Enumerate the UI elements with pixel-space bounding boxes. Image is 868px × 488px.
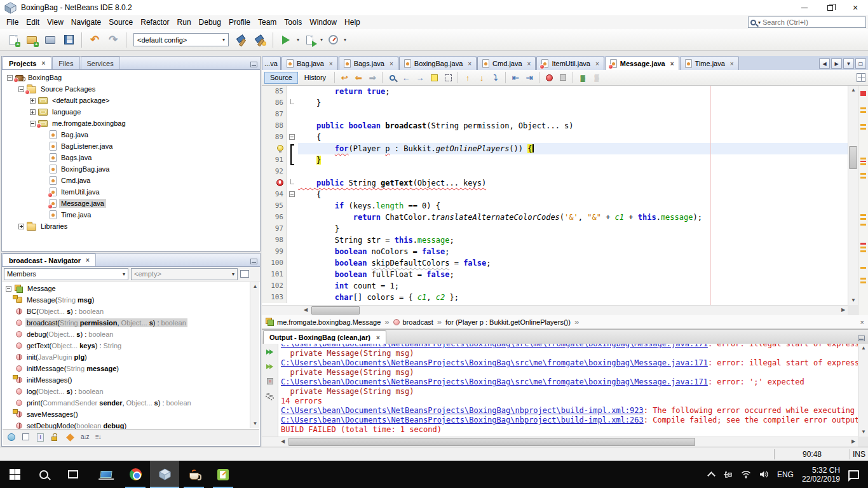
new-file-button[interactable]: + <box>5 32 22 48</box>
editor-tab-boxingbagjava[interactable]: BoxingBag.java× <box>399 57 477 70</box>
navigator-item[interactable]: getText(Object... keys) : String <box>2 340 260 351</box>
fold-column[interactable] <box>287 200 298 212</box>
menu-help[interactable]: Help <box>341 16 364 29</box>
tree-item[interactable]: <default package> <box>2 95 260 106</box>
code-text[interactable] <box>298 166 848 177</box>
fold-column[interactable] <box>287 120 298 132</box>
fold-column[interactable] <box>287 292 298 303</box>
close-icon[interactable]: × <box>376 334 380 341</box>
line-number[interactable]: 91 <box>262 154 287 166</box>
collapse-icon[interactable] <box>6 286 11 292</box>
volume-icon[interactable] <box>759 470 769 478</box>
fold-column[interactable] <box>287 223 298 234</box>
minimize-panel-icon[interactable] <box>250 259 257 264</box>
previous-bookmark-icon[interactable]: ↑ <box>461 71 474 84</box>
error-stripe-mark[interactable] <box>860 250 866 252</box>
navigator-item[interactable]: debug(Object... s) : boolean <box>2 329 260 340</box>
error-stripe-mark[interactable] <box>860 91 866 96</box>
fold-column[interactable] <box>287 189 298 200</box>
line-number[interactable]: 99 <box>262 246 287 257</box>
next-occurrence-icon[interactable]: → <box>414 71 426 84</box>
editor-hscrollbar[interactable]: ◀ ▶ <box>262 305 848 315</box>
collapse-icon[interactable] <box>18 86 24 92</box>
line-number[interactable]: 85 <box>262 86 287 97</box>
error-stripe-mark[interactable] <box>860 128 866 130</box>
shift-right-icon[interactable]: ⇥ <box>523 71 536 84</box>
breadcrumb-item[interactable]: me.fromgate.boxingbag.Message <box>266 318 381 326</box>
code-text[interactable]: { <box>298 189 848 200</box>
fold-column[interactable] <box>287 97 298 109</box>
menu-profile[interactable]: Profile <box>225 16 254 29</box>
minimize-button[interactable] <box>792 0 817 15</box>
code-text[interactable]: } <box>298 223 848 234</box>
output-link[interactable]: C:\Users\bean\Documents\NetBeansProjects… <box>281 416 644 424</box>
tree-item[interactable]: Libraries <box>2 220 260 232</box>
tree-item[interactable]: BagListener.java <box>2 140 260 152</box>
code-text[interactable]: boolean skipDefaultColors = false; <box>298 257 848 269</box>
menu-edit[interactable]: Edit <box>22 16 43 29</box>
line-number[interactable]: 88 <box>262 120 287 132</box>
close-icon[interactable]: × <box>41 60 45 67</box>
scrollbar-thumb[interactable] <box>288 438 695 446</box>
navigator-scrollbar[interactable]: ▲ ▼ <box>250 282 259 428</box>
fold-column[interactable] <box>287 109 298 120</box>
line-number[interactable]: 98 <box>262 234 287 246</box>
sort-alpha-icon[interactable]: a↓z <box>81 433 90 442</box>
editor-tab-cmdjava[interactable]: Cmd.java× <box>477 57 536 70</box>
scroll-up-icon[interactable]: ▲ <box>250 282 260 291</box>
file-explorer-button[interactable] <box>92 461 121 488</box>
navigator-item[interactable]: broadcast(String permission, Object... s… <box>2 317 260 329</box>
search-dropdown-icon[interactable]: ▾ <box>758 20 761 25</box>
scroll-left-icon[interactable]: ◀ <box>278 437 287 446</box>
code-text[interactable]: if (keys.length == 0) { <box>298 200 848 212</box>
comment-icon[interactable]: ▓ <box>576 71 589 84</box>
previous-occurrence-icon[interactable]: ← <box>400 71 412 84</box>
line-number[interactable]: 102 <box>262 280 287 292</box>
line-number[interactable]: 97 <box>262 223 287 234</box>
language-indicator[interactable]: ENG <box>777 470 794 479</box>
tree-item[interactable]: BoxingBag.java <box>2 163 260 175</box>
code-text[interactable]: } <box>298 154 848 166</box>
close-icon[interactable]: × <box>730 60 734 67</box>
scroll-tabs-left-icon[interactable]: ◀ <box>819 58 830 69</box>
line-number[interactable]: 101 <box>262 269 287 280</box>
output-link[interactable]: C:\Users\bean\Documents\NetBeansProjects… <box>281 344 708 348</box>
profile-dropdown-icon[interactable]: ▾ <box>344 37 346 43</box>
tree-item[interactable]: Time.java <box>2 209 260 220</box>
tree-item[interactable]: me.fromgate.boxingbag <box>2 118 260 129</box>
error-stripe-mark[interactable] <box>860 161 866 162</box>
fold-column[interactable] <box>287 132 298 143</box>
tree-item[interactable]: BoxingBag <box>2 72 260 83</box>
collapse-fold-icon[interactable] <box>289 191 295 197</box>
show-constructors-icon[interactable] <box>66 433 76 442</box>
expand-icon[interactable] <box>30 98 36 104</box>
tab-services[interactable]: Services <box>81 57 120 69</box>
menu-refactor[interactable]: Refactor <box>137 16 173 29</box>
code-text[interactable]: { <box>298 132 848 143</box>
tree-item[interactable]: Cmd.java <box>2 175 260 186</box>
menu-run[interactable]: Run <box>173 16 195 29</box>
wifi-icon[interactable] <box>741 470 751 478</box>
tree-item[interactable]: language <box>2 106 260 118</box>
error-stripe-mark[interactable] <box>860 124 866 126</box>
fold-column[interactable] <box>287 257 298 269</box>
undo-button[interactable]: ↶ <box>86 32 103 48</box>
stop-macro-recording-icon[interactable] <box>557 71 569 84</box>
minimize-panel-icon[interactable] <box>858 336 865 341</box>
clean-build-button[interactable] <box>252 32 268 48</box>
tree-item[interactable]: Bag.java <box>2 129 260 140</box>
rerun-build-icon[interactable] <box>264 347 276 357</box>
line-number[interactable]: 92 <box>262 166 287 177</box>
code-text[interactable] <box>298 109 848 120</box>
tab-list-dropdown-icon[interactable]: ▼ <box>843 58 854 69</box>
editor-tab-va[interactable]: ...va <box>262 57 281 70</box>
output-hscrollbar[interactable]: ◀ ▶ <box>262 437 858 447</box>
navigator-item[interactable]: initMessage(String message) <box>2 363 260 374</box>
save-all-button[interactable] <box>60 32 77 48</box>
scroll-left-icon[interactable]: ◀ <box>301 306 310 315</box>
show-fields-icon[interactable] <box>22 433 32 442</box>
maximize-editor-icon[interactable]: ▢ <box>855 58 866 69</box>
tab-output[interactable]: Output - BoxingBag (clean,jar) × <box>263 330 386 344</box>
editor-tab-bagjava[interactable]: Bag.java× <box>281 57 338 70</box>
error-stripe-mark[interactable] <box>860 218 866 220</box>
